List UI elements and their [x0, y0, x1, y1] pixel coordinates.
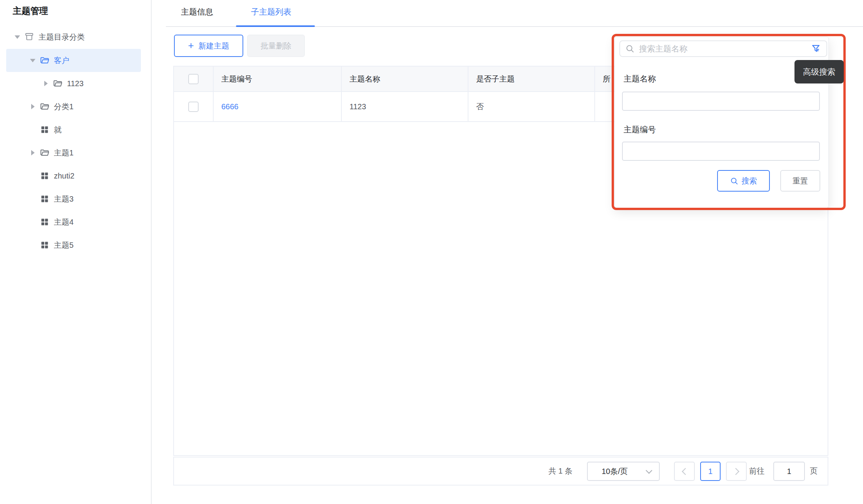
search-button[interactable]: 搜索 — [717, 170, 770, 192]
topic-code-label: 主题编号 — [624, 124, 656, 135]
search-button-label: 搜索 — [742, 176, 757, 186]
new-topic-button-label: 新建主题 — [199, 41, 229, 51]
column-header-code: 主题编号 — [214, 67, 342, 91]
column-header-name: 主题名称 — [342, 67, 468, 91]
page-unit-label: 页 — [810, 457, 818, 485]
grid-icon — [40, 217, 50, 227]
tree-node-label: zhuti2 — [54, 172, 74, 180]
reset-button-label: 重置 — [793, 176, 808, 186]
goto-label: 前往 — [749, 457, 764, 485]
tree-node-zhuti2[interactable]: zhuti2 — [0, 164, 151, 187]
filter-icon[interactable] — [811, 43, 821, 54]
tree-node-topic1[interactable]: 主题1 — [0, 141, 151, 164]
tree-node-label: 分类1 — [54, 102, 74, 112]
archive-icon — [24, 32, 34, 42]
caret-right-icon[interactable] — [29, 103, 36, 110]
search-box — [619, 40, 827, 57]
topic-code-link[interactable]: 6666 — [221, 102, 239, 111]
tree-node-label: 客户 — [54, 55, 69, 66]
topic-code-cell: 6666 — [214, 92, 342, 121]
active-tab-underline — [236, 25, 315, 27]
tree-node-jiu[interactable]: 就 — [0, 118, 151, 141]
grid-icon — [40, 125, 50, 135]
grid-icon — [40, 194, 50, 204]
tree-node-topic-catalog[interactable]: 主题目录分类 — [0, 25, 151, 48]
new-topic-button[interactable]: + 新建主题 — [174, 35, 243, 57]
total-count: 共 1 条 — [549, 457, 572, 485]
select-all-checkbox[interactable] — [188, 74, 199, 84]
grid-icon — [40, 171, 50, 181]
tree-node-customer[interactable]: 客户 — [6, 49, 141, 72]
select-all-cell — [174, 67, 214, 91]
search-icon — [626, 44, 634, 53]
goto-page-input[interactable] — [773, 462, 805, 481]
topic-management-app: 主题管理 主题目录分类 客户 1123 — [0, 0, 863, 504]
is-subtopic-cell: 否 — [468, 92, 595, 121]
chevron-right-icon — [732, 468, 739, 475]
tree-node-topic5[interactable]: 主题5 — [0, 234, 151, 257]
column-header-is-sub: 是否子主题 — [468, 67, 595, 91]
folder-open-icon — [40, 55, 50, 65]
page-number-button[interactable]: 1 — [700, 462, 721, 481]
next-page-button[interactable] — [726, 462, 747, 481]
caret-down-icon[interactable] — [14, 33, 21, 40]
tree-node-topic4[interactable]: 主题4 — [0, 210, 151, 234]
row-select-cell — [174, 92, 214, 121]
sidebar: 主题管理 主题目录分类 客户 1123 — [0, 0, 151, 504]
topic-name-label: 主题名称 — [624, 73, 656, 84]
topic-name-cell: 1123 — [342, 92, 468, 121]
prev-page-button[interactable] — [674, 462, 695, 481]
tab-topic-info[interactable]: 主题信息 — [181, 7, 213, 17]
sidebar-divider — [151, 0, 152, 504]
row-checkbox[interactable] — [188, 102, 199, 112]
batch-delete-button[interactable]: 批量删除 — [247, 35, 305, 57]
tree-node-label: 主题1 — [54, 148, 74, 158]
page-size-value: 10条/页 — [602, 466, 628, 477]
chevron-down-icon — [646, 467, 652, 474]
folder-icon — [40, 148, 50, 158]
topic-name-input[interactable] — [622, 92, 820, 111]
caret-right-icon[interactable] — [42, 80, 49, 87]
pagination: 共 1 条 10条/页 1 前往 页 — [173, 457, 828, 486]
search-icon — [730, 177, 738, 185]
search-input[interactable] — [639, 44, 806, 53]
advanced-search-tooltip: 高级搜索 — [794, 60, 844, 83]
tab-subtopic-list[interactable]: 子主题列表 — [251, 7, 291, 17]
tree-node-label: 主题4 — [54, 217, 74, 227]
batch-delete-button-label: 批量删除 — [261, 41, 291, 51]
caret-down-icon[interactable] — [29, 57, 36, 64]
tree-node-label: 就 — [54, 125, 62, 135]
folder-icon — [53, 78, 63, 88]
topic-code-input[interactable] — [622, 142, 820, 161]
tree-node-label: 主题5 — [54, 240, 74, 250]
grid-icon — [40, 240, 50, 250]
folder-icon — [40, 102, 50, 112]
tree-node-label: 1123 — [67, 79, 84, 88]
tree-node-label: 主题3 — [54, 194, 74, 204]
tree-node-label: 主题目录分类 — [38, 32, 85, 42]
page-title: 主题管理 — [13, 5, 48, 17]
reset-button[interactable]: 重置 — [780, 170, 820, 192]
chevron-left-icon — [682, 468, 689, 475]
tree-node-category1[interactable]: 分类1 — [0, 95, 151, 118]
tree-node-1123[interactable]: 1123 — [0, 72, 151, 95]
plus-icon: + — [188, 40, 194, 50]
caret-right-icon[interactable] — [29, 149, 36, 156]
page-size-select[interactable]: 10条/页 — [587, 462, 660, 481]
tree-node-topic3[interactable]: 主题3 — [0, 187, 151, 210]
